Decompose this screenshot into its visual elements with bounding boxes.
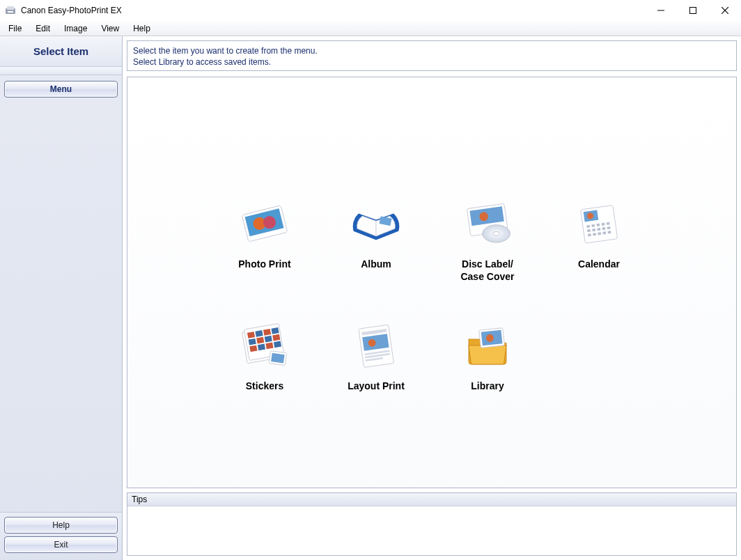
svg-rect-50 (271, 353, 285, 364)
svg-rect-22 (596, 224, 600, 226)
svg-rect-23 (602, 223, 605, 226)
sidebar-separator (0, 67, 122, 75)
maximize-button[interactable] (677, 0, 709, 21)
menu-image[interactable]: Image (57, 22, 94, 35)
svg-rect-26 (592, 228, 595, 231)
svg-rect-44 (272, 334, 280, 341)
content: Select Item Menu Help Exit Select the it… (0, 36, 741, 560)
svg-rect-37 (247, 332, 255, 339)
svg-rect-41 (249, 339, 256, 345)
menu-file[interactable]: File (1, 22, 29, 35)
menu-panel: Photo Print Album (127, 77, 737, 488)
tips-body (127, 506, 736, 555)
svg-rect-29 (607, 226, 611, 229)
menu-help[interactable]: Help (126, 22, 157, 35)
photo-print-icon (233, 196, 296, 251)
disc-label-icon (456, 196, 519, 251)
sidebar-menu-button[interactable]: Menu (4, 81, 118, 98)
minimize-button[interactable] (645, 0, 677, 21)
tile-label: Disc Label/ Case Cover (460, 258, 514, 283)
tile-library[interactable]: Library (432, 318, 543, 393)
svg-rect-31 (593, 233, 596, 235)
tile-grid: Photo Print Album (127, 77, 736, 488)
menu-edit[interactable]: Edit (29, 22, 57, 35)
svg-rect-2 (8, 11, 13, 13)
svg-rect-33 (602, 231, 606, 234)
tile-photo-print[interactable]: Photo Print (209, 196, 320, 283)
instruction-box: Select the item you want to create from … (127, 40, 737, 71)
svg-rect-20 (586, 225, 590, 228)
sidebar-bottom: Help Exit (0, 512, 122, 560)
album-icon (345, 196, 407, 251)
tile-calendar[interactable]: Calendar (543, 196, 655, 283)
tile-stickers[interactable]: Stickers (209, 318, 320, 393)
svg-rect-43 (265, 336, 272, 343)
library-icon (456, 318, 519, 373)
sidebar-help-button[interactable]: Help (4, 517, 118, 534)
svg-rect-45 (249, 345, 257, 352)
sidebar-exit-button[interactable]: Exit (4, 536, 118, 553)
sidebar-title: Select Item (0, 36, 122, 67)
app-icon (4, 4, 17, 17)
svg-rect-39 (263, 329, 271, 336)
titlebar: Canon Easy-PhotoPrint EX (0, 0, 741, 21)
svg-rect-4 (690, 8, 696, 14)
svg-rect-48 (274, 341, 281, 348)
tips-header: Tips (127, 493, 736, 506)
svg-rect-34 (607, 231, 611, 233)
svg-rect-42 (256, 337, 264, 344)
close-button[interactable] (709, 0, 741, 21)
svg-rect-40 (271, 327, 279, 334)
titlebar-controls (645, 0, 741, 21)
tips-panel: Tips (127, 492, 737, 556)
main-area: Select the item you want to create from … (123, 36, 741, 560)
svg-rect-47 (265, 343, 273, 350)
instruction-line2: Select Library to access saved items. (133, 56, 731, 68)
stickers-icon (233, 318, 296, 373)
menubar: File Edit Image View Help (0, 21, 741, 36)
tile-label: Calendar (578, 258, 620, 271)
svg-rect-21 (591, 224, 595, 227)
window-title: Canon Easy-PhotoPrint EX (21, 6, 122, 15)
svg-point-16 (493, 232, 499, 235)
tile-disc-label[interactable]: Disc Label/ Case Cover (432, 196, 543, 283)
tile-label: Stickers (246, 380, 283, 393)
titlebar-left: Canon Easy-PhotoPrint EX (4, 4, 122, 17)
sidebar-spacer (0, 100, 122, 512)
svg-rect-32 (598, 232, 601, 235)
tile-album[interactable]: Album (320, 196, 432, 283)
svg-rect-1 (7, 6, 14, 10)
svg-rect-38 (255, 330, 263, 337)
sidebar: Select Item Menu Help Exit (0, 36, 123, 560)
tile-label: Layout Print (348, 380, 405, 393)
menu-view[interactable]: View (94, 22, 126, 35)
instruction-line1: Select the item you want to create from … (133, 45, 731, 56)
tile-label: Library (471, 380, 504, 393)
svg-rect-46 (258, 344, 265, 351)
svg-rect-25 (587, 229, 591, 232)
svg-rect-28 (602, 227, 605, 230)
tile-layout-print[interactable]: Layout Print (320, 318, 432, 393)
tile-label: Photo Print (238, 258, 290, 271)
svg-rect-27 (597, 228, 600, 231)
svg-rect-24 (607, 222, 610, 225)
svg-rect-30 (588, 233, 591, 236)
layout-print-icon (345, 318, 407, 373)
calendar-icon (568, 196, 630, 251)
tile-label: Album (361, 258, 391, 271)
